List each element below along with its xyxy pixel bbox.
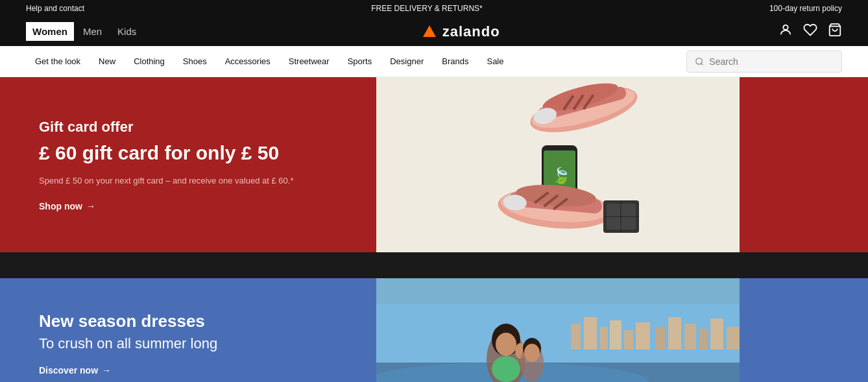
bag-icon[interactable] [828, 23, 842, 40]
logo[interactable]: zalando [422, 23, 500, 40]
delivery-banner: FREE DELIVERY & RETURNS* [371, 4, 483, 13]
dark-band [0, 252, 868, 278]
search-box[interactable] [686, 51, 842, 73]
hero2-cta-label: Discover now [39, 365, 98, 376]
hero2-subtitle: To crush on all summer long [39, 335, 337, 352]
nav-link-sale[interactable]: Sale [477, 46, 512, 77]
nav-tab-kids[interactable]: Kids [111, 22, 143, 41]
svg-rect-35 [600, 327, 608, 350]
svg-marker-0 [423, 25, 436, 37]
main-nav: Women Men Kids zalando [0, 17, 868, 46]
hero-content: Gift card offer £ 60 gift card for only … [0, 77, 376, 252]
hero-product-image: 🍃 [441, 80, 675, 249]
hero-title: £ 60 gift card for only £ 50 [39, 142, 337, 164]
nav-link-streetwear[interactable]: Streetwear [280, 46, 339, 77]
svg-rect-37 [624, 330, 633, 350]
hero2-arrow-icon: → [102, 365, 111, 376]
nav-link-designer[interactable]: Designer [381, 46, 433, 77]
svg-point-3 [696, 58, 703, 64]
hero-arrow-icon: → [86, 201, 95, 211]
hero-section: Gift card offer £ 60 gift card for only … [0, 77, 868, 252]
nav-tab-men[interactable]: Men [77, 22, 108, 41]
svg-text:🍃: 🍃 [551, 166, 571, 185]
svg-point-48 [496, 333, 516, 356]
nav-link-brands[interactable]: Brands [433, 46, 477, 77]
hero-cta-label: Shop now [39, 201, 82, 211]
hero2-title: New season dresses [39, 311, 337, 331]
svg-rect-41 [684, 324, 696, 350]
secondary-nav-links: Get the look New Clothing Shoes Accessor… [26, 46, 686, 77]
hero-label: Gift card offer [39, 119, 337, 136]
svg-rect-34 [584, 317, 597, 350]
hero-cta-button[interactable]: Shop now → [39, 201, 337, 211]
hero-description: Spend £ 50 on your next gift card – and … [39, 176, 337, 185]
hero2-cta-button[interactable]: Discover now → [39, 365, 337, 376]
nav-icons [778, 23, 842, 40]
svg-line-4 [701, 63, 703, 65]
svg-rect-39 [655, 327, 665, 350]
svg-point-53 [524, 344, 540, 362]
svg-rect-43 [710, 318, 723, 350]
hero2-section: New season dresses To crush on all summe… [0, 278, 868, 382]
svg-point-50 [492, 356, 520, 382]
nav-link-shoes[interactable]: Shoes [174, 46, 216, 77]
search-icon [695, 56, 704, 67]
nav-tab-women[interactable]: Women [26, 22, 74, 41]
nav-link-new[interactable]: New [90, 46, 125, 77]
hero2-image [376, 278, 740, 382]
return-policy: 100-day return policy [769, 4, 842, 13]
logo-text: zalando [442, 23, 500, 40]
help-contact-link[interactable]: Help and contact [26, 4, 84, 13]
nav-link-accessories[interactable]: Accessories [216, 46, 280, 77]
svg-point-1 [783, 25, 788, 30]
svg-rect-38 [636, 322, 650, 350]
nav-link-get-the-look[interactable]: Get the look [26, 46, 90, 77]
hero2-content: New season dresses To crush on all summe… [0, 278, 376, 382]
search-input[interactable] [709, 56, 834, 67]
wishlist-icon[interactable] [803, 23, 817, 40]
hero-image: 🍃 [376, 77, 740, 252]
account-icon[interactable] [778, 23, 793, 40]
svg-rect-33 [571, 324, 581, 350]
svg-rect-40 [668, 317, 681, 350]
logo-icon [422, 24, 437, 40]
hero2-product-image [376, 304, 740, 382]
nav-link-clothing[interactable]: Clothing [125, 46, 174, 77]
svg-rect-36 [610, 320, 621, 350]
nav-link-sports[interactable]: Sports [339, 46, 381, 77]
nav-tabs: Women Men Kids [26, 22, 143, 41]
svg-rect-42 [699, 329, 707, 350]
svg-rect-44 [727, 327, 740, 350]
secondary-nav: Get the look New Clothing Shoes Accessor… [0, 46, 868, 77]
top-bar: Help and contact FREE DELIVERY & RETURNS… [0, 0, 868, 17]
